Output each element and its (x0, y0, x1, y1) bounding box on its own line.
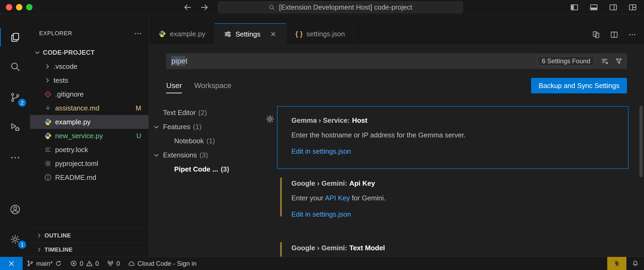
backup-sync-button[interactable]: Backup and Sync Settings (531, 78, 627, 93)
tree-item-poetry-lock[interactable]: poetry.lock (30, 143, 149, 157)
vscode-window: [Extension Development Host] code-projec… (0, 0, 644, 270)
remote-icon (7, 260, 15, 268)
markdown-file-icon (44, 104, 52, 112)
explorer-sidebar: EXPLORER ⋯ CODE-PROJECT .vscode tests .g… (30, 15, 149, 257)
setting-gemma-service-host[interactable]: Gemma › Service:Host Enter the hostname … (277, 106, 629, 169)
title-bar: [Extension Development Host] code-projec… (0, 0, 644, 15)
layout-controls (570, 3, 637, 12)
explorer-more-actions-icon[interactable]: ⋯ (134, 29, 142, 37)
json-file-icon: { } (295, 30, 303, 38)
setting-gear-icon[interactable] (265, 114, 275, 124)
settings-search-input[interactable]: pipet 6 Settings Found (166, 53, 627, 69)
more-actions-icon[interactable] (628, 30, 637, 39)
activitybar-run-debug[interactable] (0, 114, 30, 140)
error-count: 0 (80, 260, 83, 267)
tree-item-gitignore[interactable]: .gitignore (30, 87, 149, 101)
tree-item-assistance-md[interactable]: assistance.md M (30, 101, 149, 115)
api-key-link[interactable]: API Key (325, 194, 350, 202)
setting-name: Host (352, 116, 368, 124)
activitybar-settings[interactable]: 1 (0, 227, 30, 252)
tab-label: settings.json (306, 30, 345, 38)
back-icon[interactable] (183, 3, 192, 12)
tree-item-vscode[interactable]: .vscode (30, 59, 149, 73)
settings-badge: 1 (18, 240, 27, 249)
git-file-icon (44, 90, 52, 98)
toc-extensions[interactable]: Extensions(3) (149, 148, 269, 162)
ports-status[interactable]: 0 (103, 257, 124, 270)
outline-section-header[interactable]: OUTLINE (30, 228, 149, 243)
scope-tab-user[interactable]: User (166, 77, 182, 94)
close-window-button[interactable] (6, 4, 12, 10)
cloud-code-status[interactable]: Cloud Code - Sign in (124, 257, 200, 270)
tree-item-new-service-py[interactable]: new_service.py U (30, 129, 149, 143)
python-file-icon (44, 132, 52, 140)
tree-item-label: .gitignore (55, 90, 84, 98)
problems-status[interactable]: 0 0 (66, 257, 103, 270)
toc-label: Extensions (163, 151, 197, 159)
tree-item-label: pyproject.toml (55, 160, 98, 168)
toc-label: Pipet Code ... (174, 165, 218, 173)
setting-google-gemini-api-key[interactable]: Google › Gemini:Api Key Enter your API K… (277, 176, 629, 219)
toggle-primary-sidebar-icon[interactable] (570, 3, 579, 12)
timeline-section-header[interactable]: TIMELINE (30, 243, 149, 257)
scope-tab-workspace[interactable]: Workspace (194, 77, 231, 94)
lightning-slash-icon (613, 260, 621, 267)
tree-item-example-py[interactable]: example.py (30, 115, 149, 129)
git-branch-status[interactable]: main* (23, 257, 66, 270)
toc-features[interactable]: Features(1) (149, 120, 269, 134)
chevron-right-icon (36, 247, 42, 253)
remote-indicator[interactable] (0, 257, 23, 270)
toc-label: Features (163, 123, 190, 131)
activitybar-search[interactable] (0, 54, 30, 80)
activitybar-more[interactable] (0, 145, 30, 170)
close-tab-icon[interactable] (270, 30, 277, 38)
tree-item-tests[interactable]: tests (30, 73, 149, 87)
edit-in-settings-json-link[interactable]: Edit in settings.json (291, 210, 621, 219)
customize-layout-icon[interactable] (628, 3, 637, 12)
toggle-panel-icon[interactable] (589, 3, 598, 12)
tree-item-label: tests (54, 76, 68, 85)
tab-example-py[interactable]: example.py (149, 23, 215, 45)
activitybar-account[interactable] (0, 197, 30, 222)
run-debug-icon (10, 122, 21, 133)
bell-icon (632, 260, 639, 267)
notifications-status[interactable] (626, 257, 644, 270)
settings-toc: Text Editor(2) Features(1) Notebook(1) E… (149, 106, 269, 176)
settings-sliders-icon (224, 30, 232, 38)
setting-category: Google › Gemini: (291, 244, 347, 252)
filter-icon[interactable] (615, 57, 623, 65)
tree-item-readme-md[interactable]: README.md (30, 170, 149, 184)
tree-root-code-project[interactable]: CODE-PROJECT (30, 46, 149, 59)
search-icon (268, 4, 275, 11)
settings-scrollbar[interactable] (639, 106, 643, 177)
clear-search-icon[interactable] (601, 57, 609, 65)
toc-label: Text Editor (163, 109, 196, 117)
toggle-secondary-sidebar-icon[interactable] (609, 3, 618, 12)
tab-settings[interactable]: Settings (215, 23, 286, 45)
split-editor-icon[interactable] (610, 30, 618, 39)
settings-editor: pipet 6 Settings Found User Workspace Ba… (149, 45, 644, 257)
toc-pipet-code[interactable]: Pipet Code ...(3) (149, 162, 269, 176)
toc-label: Notebook (174, 137, 204, 145)
setting-description: Enter your API Key for Gemini. (291, 194, 621, 202)
setting-google-gemini-text-model[interactable]: Google › Gemini:Text Model (277, 240, 629, 252)
setting-category: Gemma › Service: (291, 116, 350, 124)
open-changes-icon[interactable] (592, 30, 600, 39)
chevron-down-icon (153, 124, 160, 130)
tree-item-pyproject-toml[interactable]: pyproject.toml (30, 157, 149, 170)
editor-actions (592, 30, 637, 39)
edit-in-settings-json-link[interactable]: Edit in settings.json (291, 147, 620, 156)
forward-icon[interactable] (200, 3, 209, 12)
activitybar-source-control[interactable]: 2 (0, 85, 30, 110)
minimize-window-button[interactable] (16, 4, 22, 10)
maximize-window-button[interactable] (26, 4, 32, 10)
toc-text-editor[interactable]: Text Editor(2) (149, 106, 269, 120)
command-center[interactable]: [Extension Development Host] code-projec… (218, 2, 463, 13)
setting-name: Text Model (349, 244, 385, 252)
tree-item-label: example.py (55, 118, 91, 126)
activitybar-explorer[interactable] (0, 25, 30, 50)
extension-host-status[interactable] (607, 257, 626, 270)
search-icon (10, 61, 21, 72)
tab-settings-json[interactable]: { } settings.json (286, 23, 354, 45)
toc-notebook[interactable]: Notebook(1) (149, 134, 269, 148)
